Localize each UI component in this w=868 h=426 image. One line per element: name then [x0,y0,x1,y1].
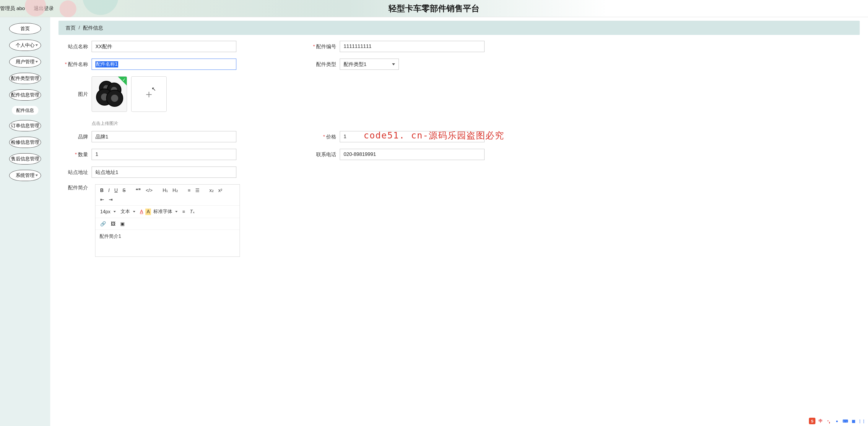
input-site-addr[interactable] [92,167,236,178]
caret-icon [133,211,135,212]
label-part-name: *配件名称 [59,61,88,68]
tray-menu-icon[interactable]: ⋮⋮ [859,418,865,424]
editor-link-button[interactable]: 🔗 [98,219,108,228]
editor-subscript-button[interactable]: x₂ [207,186,216,195]
label-site-addr: 站点地址 [59,169,88,176]
editor-h2-button[interactable]: H₂ [170,186,180,195]
header-decoration [0,0,154,17]
label-phone: 联系电话 [307,151,336,158]
tray-punct-icon[interactable]: ·, [826,418,832,424]
editor-italic-button[interactable]: I [106,186,112,195]
input-site-name[interactable] [92,41,236,52]
editor-align-button[interactable]: ≡ [180,207,187,216]
system-tray: S 中 ·, ● ⌨ ▦ ⋮⋮ [809,418,865,424]
editor-strike-button[interactable]: S [120,186,128,195]
breadcrumb-home[interactable]: 首页 [66,25,75,31]
caret-icon [114,211,116,212]
nav-part-info[interactable]: 配件信息管理 [9,89,41,101]
tray-settings-icon[interactable]: ▦ [850,418,857,424]
caret-icon [175,211,178,212]
tray-keyboard-icon[interactable]: ⌨ [842,418,848,424]
nav-system[interactable]: 系统管理 [9,170,41,181]
editor-clear-format-button[interactable]: Tₓ [187,207,197,216]
label-qty: *数量 [59,151,88,158]
breadcrumb: 首页 / 配件信息 [59,21,860,35]
editor-h1-button[interactable]: H₁ [160,186,170,195]
editor-quote-button[interactable]: ❝❞ [133,186,143,195]
app-header: 轻型卡车零部件销售平台 管理员 abo 退出登录 [0,0,868,17]
editor-image-button[interactable]: 🖼 [108,220,118,228]
nav-sub-part-info[interactable]: 配件信息 [12,106,38,115]
nav-home[interactable]: 首页 [9,23,41,34]
editor-block-select[interactable]: 文本 [118,207,138,217]
editor-ul-button[interactable]: ☰ [193,186,202,195]
select-part-type[interactable]: 配件类型1 [340,59,399,70]
chevron-down-icon [392,63,395,65]
sidebar: 首页 个人中心 用户管理 配件类型管理 配件信息管理 配件信息 订单信息管理 检… [0,17,50,426]
label-part-type: 配件类型 [307,61,336,68]
editor-font-size-select[interactable]: 14px [98,207,118,216]
editor-code-button[interactable]: </> [143,186,155,195]
app-title: 轻型卡车零部件销售平台 [389,3,479,14]
editor-ol-button[interactable]: ≡ [186,186,193,195]
rich-text-editor: B I U S ❝❞ </> H₁ H₂ ≡ ☰ x₂ [95,184,240,257]
editor-text-color-button[interactable]: A [138,207,146,216]
editor-underline-button[interactable]: U [112,186,120,195]
plus-icon: ＋ [144,87,154,102]
input-brand[interactable] [92,131,236,142]
label-image: 图片 [59,91,88,97]
input-price[interactable] [340,131,485,142]
editor-indent-left-button[interactable]: ⇤ [98,195,106,204]
nav-personal[interactable]: 个人中心 [9,40,41,51]
editor-video-button[interactable]: ▣ [118,219,127,228]
nav-part-type[interactable]: 配件类型管理 [9,73,41,84]
breadcrumb-sep: / [79,25,80,31]
editor-indent-right-button[interactable]: ⇥ [106,195,115,204]
check-icon: ✓ [122,77,126,82]
upload-add-button[interactable]: ＋ [131,76,167,112]
label-brand: 品牌 [59,134,88,140]
input-part-no[interactable] [340,41,485,52]
main-panel: 首页 / 配件信息 code51. cn-源码乐园盗图必究 ↖ 站点名称 *配件… [50,17,868,426]
tray-cn-icon[interactable]: 中 [817,418,824,424]
nav-repair[interactable]: 检修信息管理 [9,137,41,148]
input-qty[interactable] [92,149,236,160]
input-phone[interactable] [340,149,485,160]
label-site-name: 站点名称 [59,43,88,50]
nav-order[interactable]: 订单信息管理 [9,120,41,131]
label-part-no: *配件编号 [307,43,336,50]
tray-mic-icon[interactable]: ● [834,418,840,424]
breadcrumb-current: 配件信息 [83,25,103,31]
editor-bold-button[interactable]: B [98,186,106,195]
editor-content[interactable]: 配件简介1 [95,230,240,256]
nav-user-mgmt[interactable]: 用户管理 [9,56,41,67]
upload-hint: 点击上传图片 [92,121,860,126]
input-part-name[interactable]: 配件名称1 [92,59,236,70]
editor-font-family-select[interactable]: 标准字体 [151,207,180,217]
nav-aftersale[interactable]: 售后信息管理 [9,153,41,165]
editor-bg-color-button[interactable]: A [145,208,151,215]
tray-ime-icon[interactable]: S [809,418,815,424]
label-intro: 配件简介 [59,184,88,191]
uploaded-image-thumb[interactable]: ✓ [92,76,127,112]
label-price: *价格 [307,134,336,140]
editor-superscript-button[interactable]: x² [216,186,224,195]
